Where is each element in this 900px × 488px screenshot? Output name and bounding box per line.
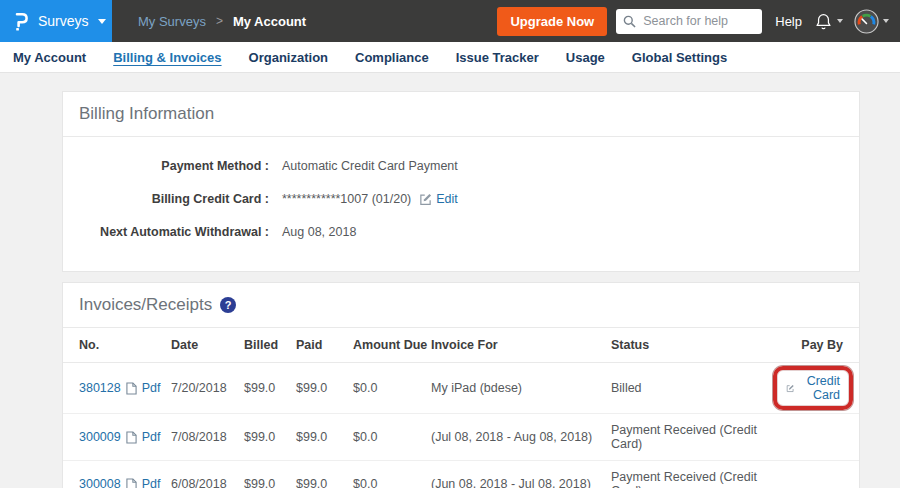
billing-information-card: Billing Information Payment Method : Aut… [62,91,860,272]
card-gap [0,272,900,282]
billing-info-value: ************1007 (01/20) Edit [282,192,458,206]
invoice-for: (Jun 08, 2018 - Jul 08, 2018) [431,461,611,488]
invoice-row: 300009 Pdf 7/08/2018 $99.0 $99.0 $0.0 (J… [63,414,859,461]
account-menu[interactable] [854,9,889,34]
invoice-status: Payment Received (Credit Card) [611,461,773,488]
nav-tab-usage[interactable]: Usage [566,50,605,65]
bell-icon [814,12,833,31]
edit-pencil-icon [786,382,794,395]
chevron-down-icon [98,19,106,24]
col-header-date: Date [171,328,244,363]
invoices-table: No. Date Billed Paid Amount Due Invoice … [63,328,859,488]
billing-info-label: Next Automatic Withdrawal : [79,225,269,239]
search-input[interactable] [641,13,755,29]
billing-information-body: Payment Method : Automatic Credit Card P… [63,137,859,271]
invoices-receipts-header: Invoices/Receipts ? [63,283,859,328]
col-header-status: Status [611,328,773,363]
invoice-date: 6/08/2018 [171,461,244,488]
top-header-bar: Surveys My Surveys > My Account Upgrade … [0,0,900,42]
invoice-billed: $99.0 [244,363,296,414]
invoice-amount-due: $0.0 [353,363,431,414]
invoice-date: 7/20/2018 [171,363,244,414]
help-search-box[interactable] [616,9,762,34]
col-header-invoice-for: Invoice For [431,328,611,363]
breadcrumb: My Surveys > My Account [138,14,306,29]
invoice-for: My iPad (bdese) [431,363,611,414]
app-logo-block[interactable]: Surveys [0,0,112,42]
billing-info-label: Billing Credit Card : [79,192,269,206]
chevron-down-icon [883,19,889,23]
billing-information-header: Billing Information [63,92,859,137]
product-switcher-label[interactable]: Surveys [38,13,89,29]
col-header-billed: Billed [244,328,296,363]
invoice-billed: $99.0 [244,461,296,488]
breadcrumb-separator-icon: > [216,14,223,28]
invoice-paid: $99.0 [296,461,353,488]
invoice-paid: $99.0 [296,414,353,461]
invoice-status: Billed [611,363,773,414]
invoices-receipts-title: Invoices/Receipts [79,295,212,315]
nav-tab-billing-invoices[interactable]: Billing & Invoices [113,50,221,65]
breadcrumb-current-page: My Account [233,14,306,29]
invoice-amount-due: $0.0 [353,414,431,461]
invoice-row: 300008 Pdf 6/08/2018 $99.0 $99.0 $0.0 (J… [63,461,859,488]
pdf-icon [126,382,137,395]
questionpro-logo-icon [13,11,29,32]
nav-tab-organization[interactable]: Organization [249,50,328,65]
help-question-icon[interactable]: ? [220,297,236,313]
invoices-table-header-row: No. Date Billed Paid Amount Due Invoice … [63,328,859,363]
nav-tab-global-settings[interactable]: Global Settings [632,50,727,65]
invoice-status: Payment Received (Credit Card) [611,414,773,461]
pay-by-annotation-highlight: Credit Card [773,366,853,410]
pdf-icon [126,431,137,444]
avatar [854,9,879,34]
invoice-paid: $99.0 [296,363,353,414]
invoices-receipts-card: Invoices/Receipts ? No. Date Billed Paid… [62,282,860,488]
chevron-down-icon [837,19,843,23]
breadcrumb-my-surveys[interactable]: My Surveys [138,14,206,29]
billing-info-row: Next Automatic Withdrawal : Aug 08, 2018 [79,225,843,239]
upgrade-now-button[interactable]: Upgrade Now [497,7,607,36]
invoice-number-link[interactable]: 380128 [79,381,121,395]
pdf-icon [126,478,137,488]
col-header-paid: Paid [296,328,353,363]
notifications-menu[interactable] [814,12,843,31]
account-settings-nav: My AccountBilling & InvoicesOrganization… [0,42,900,73]
invoice-billed: $99.0 [244,414,296,461]
pdf-download-link[interactable]: Pdf [142,430,161,444]
edit-credit-card-link[interactable]: Edit [419,192,458,206]
nav-tab-my-account[interactable]: My Account [13,50,86,65]
invoice-amount-due: $0.0 [353,461,431,488]
billing-info-row: Billing Credit Card : ************1007 (… [79,192,843,206]
invoice-for: (Jul 08, 2018 - Aug 08, 2018) [431,414,611,461]
nav-tab-issue-tracker[interactable]: Issue Tracker [456,50,539,65]
billing-info-value: Automatic Credit Card Payment [282,159,458,173]
pay-by-credit-card-link[interactable]: Credit Card [799,374,840,402]
billing-info-label: Payment Method : [79,159,269,173]
nav-tab-compliance[interactable]: Compliance [355,50,429,65]
invoice-date: 7/08/2018 [171,414,244,461]
billing-info-value: Aug 08, 2018 [282,225,356,239]
edit-pencil-icon [419,193,432,206]
col-header-no: No. [63,328,171,363]
pdf-download-link[interactable]: Pdf [142,477,161,488]
page-content: Billing Information Payment Method : Aut… [0,73,900,488]
billing-info-row: Payment Method : Automatic Credit Card P… [79,159,843,173]
invoice-number-link[interactable]: 300008 [79,477,121,488]
invoice-row: 380128 Pdf 7/20/2018 $99.0 $99.0 $0.0 My… [63,363,859,414]
col-header-pay-by: Pay By [773,328,859,363]
col-header-amount-due: Amount Due [353,328,431,363]
billing-information-title: Billing Information [79,104,214,124]
help-link[interactable]: Help [775,14,802,29]
search-icon [623,15,636,28]
invoice-number-link[interactable]: 300009 [79,430,121,444]
pdf-download-link[interactable]: Pdf [142,381,161,395]
